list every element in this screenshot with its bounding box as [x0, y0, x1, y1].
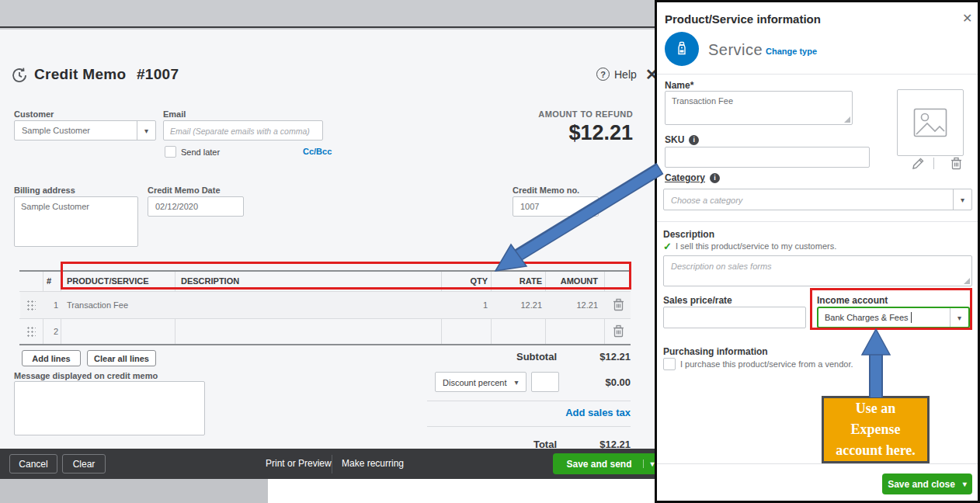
print-preview-button[interactable]: Print or Preview: [266, 458, 332, 469]
purchasing-label: Purchasing information: [663, 346, 768, 357]
save-and-close-button[interactable]: Save and close ▾: [882, 474, 972, 494]
category-label: Categoryi: [665, 172, 720, 183]
income-account-value: Bank Charges & Fees: [825, 313, 909, 322]
image-icon: [913, 108, 947, 137]
discount-amount-input[interactable]: [531, 372, 559, 392]
chevron-down-icon[interactable]: ▾: [950, 308, 968, 327]
info-icon[interactable]: i: [689, 135, 699, 145]
drag-handle-icon[interactable]: [26, 300, 36, 310]
billing-address-label: Billing address: [14, 186, 75, 195]
make-recurring-button[interactable]: Make recurring: [342, 458, 404, 469]
change-type-link[interactable]: Change type: [766, 47, 817, 56]
trash-icon[interactable]: [613, 298, 624, 314]
subtotal-value: $12.21: [557, 351, 631, 363]
annotation-callout: Use an Expense account here.: [822, 396, 930, 463]
email-placeholder: Email (Separate emails with a comma): [170, 127, 310, 136]
purchase-checkbox-label: I purchase this product/service from a v…: [680, 359, 853, 369]
help-icon: ?: [596, 68, 610, 81]
resize-handle[interactable]: [844, 116, 850, 123]
credit-memo-date-field[interactable]: 02/12/2020: [148, 196, 244, 217]
footer-divider: [657, 463, 978, 464]
description-placeholder: Description on sales forms: [671, 262, 772, 271]
sales-price-field[interactable]: [663, 307, 806, 328]
save-and-send-label: Save and send: [566, 459, 631, 470]
close-icon[interactable]: ✕: [962, 11, 972, 26]
save-and-send-button[interactable]: Save and send ▾: [553, 453, 655, 474]
send-later-checkbox[interactable]: [165, 146, 176, 158]
page-title: Credit Memo #1007: [34, 66, 179, 83]
table-top-border: [19, 270, 631, 272]
trash-icon[interactable]: [950, 157, 962, 173]
billing-address-field[interactable]: Sample Customer: [14, 196, 138, 247]
customer-select[interactable]: Sample Customer ▾: [14, 120, 156, 140]
purchase-checkbox[interactable]: [663, 358, 676, 370]
ccbcc-link[interactable]: Cc/Bcc: [303, 147, 332, 156]
sales-price-label: Sales price/rate: [663, 295, 732, 306]
add-sales-tax-link[interactable]: Add sales tax: [475, 407, 631, 418]
totals-divider: [427, 401, 631, 401]
help-label: Help: [614, 68, 637, 81]
sku-label-text: SKU: [665, 134, 684, 145]
name-value: Transaction Fee: [672, 96, 733, 106]
sku-label: SKUi: [665, 134, 699, 145]
screen: Credit Memo #1007 ? Help ✕ Customer Samp…: [0, 0, 980, 503]
customer-value: Sample Customer: [22, 126, 90, 135]
cancel-button[interactable]: Cancel: [9, 454, 57, 474]
add-lines-button[interactable]: Add lines: [22, 350, 81, 366]
chevron-down-icon[interactable]: ▾: [643, 460, 655, 468]
col-header-amount: AMOUNT: [520, 276, 598, 286]
table-row[interactable]: 1 Transaction Fee 1 12.21 12.21: [20, 292, 631, 318]
name-label: Name*: [665, 80, 693, 91]
discount-type-value: Discount percent: [443, 378, 507, 387]
subtotal-label: Subtotal: [450, 351, 557, 363]
discount-value: $0.00: [557, 376, 631, 388]
table-bottom-border: [19, 344, 631, 345]
sku-field[interactable]: [665, 147, 870, 168]
chevron-down-icon[interactable]: ▾: [507, 373, 526, 391]
name-field[interactable]: Transaction Fee: [665, 91, 853, 125]
col-header-product: PRODUCT/SERVICE: [67, 276, 149, 286]
clear-all-lines-button[interactable]: Clear all lines: [87, 350, 156, 366]
drag-handle-icon[interactable]: [26, 326, 36, 337]
col-header-description: DESCRIPTION: [181, 276, 239, 286]
background-strip: [0, 479, 268, 503]
billing-address-value: Sample Customer: [21, 202, 89, 211]
resize-handle[interactable]: [964, 278, 970, 284]
credit-memo-no-field[interactable]: 1007: [513, 196, 599, 217]
image-upload-box[interactable]: [897, 89, 964, 156]
description-label: Description: [663, 229, 714, 240]
check-icon[interactable]: ✓: [663, 241, 672, 252]
col-header-num: #: [47, 276, 51, 286]
customer-label: Customer: [14, 109, 54, 119]
chevron-down-icon[interactable]: ▾: [137, 121, 155, 140]
row-amount[interactable]: 12.21: [520, 300, 598, 310]
page-title-text: Credit Memo: [34, 66, 126, 82]
amount-to-refund-value: $12.21: [478, 121, 633, 145]
credit-memo-window: Credit Memo #1007 ? Help ✕ Customer Samp…: [0, 0, 655, 503]
table-row[interactable]: 2: [20, 319, 631, 344]
sell-checkbox-label[interactable]: I sell this product/service to my custom…: [676, 241, 836, 251]
chevron-down-icon[interactable]: ▾: [953, 189, 971, 210]
credit-memo-date-label: Credit Memo Date: [148, 186, 221, 195]
income-account-select[interactable]: Bank Charges & Fees ▾: [817, 307, 970, 328]
row-product[interactable]: Transaction Fee: [67, 300, 128, 310]
close-icon[interactable]: ✕: [645, 65, 655, 84]
credit-memo-no-value: 1007: [520, 202, 539, 211]
help-button[interactable]: ? Help: [596, 68, 637, 81]
email-field[interactable]: Email (Separate emails with a comma): [163, 120, 323, 140]
chevron-down-icon[interactable]: ▾: [963, 480, 967, 488]
callout-line: Use an: [824, 401, 927, 417]
trash-icon[interactable]: [613, 324, 624, 341]
callout-line: Expense: [824, 421, 927, 438]
discount-type-select[interactable]: Discount percent ▾: [435, 372, 526, 392]
message-memo-field[interactable]: [14, 381, 205, 435]
row-num: 1: [47, 300, 58, 310]
background-strip: [0, 0, 655, 28]
clear-button[interactable]: Clear: [62, 454, 106, 474]
category-select[interactable]: Choose a category ▾: [663, 189, 972, 210]
form-bottom-strip: [268, 479, 655, 503]
info-icon[interactable]: i: [710, 173, 720, 183]
edit-pencil-icon[interactable]: [912, 158, 924, 173]
credit-memo-date-value: 02/12/2020: [155, 202, 198, 211]
description-field[interactable]: Description on sales forms: [663, 255, 972, 286]
